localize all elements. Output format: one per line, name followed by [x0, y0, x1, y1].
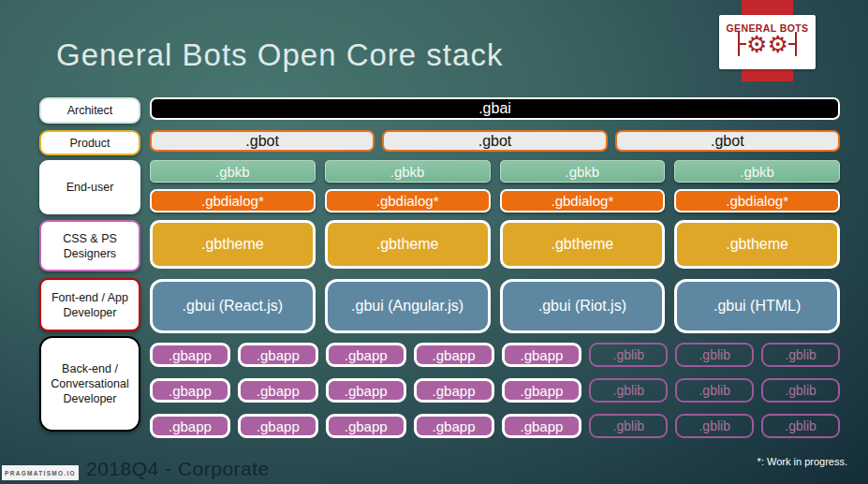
row-label-frontend-app-developer: Font-end / App Developer — [39, 278, 140, 331]
gear-right-dash — [788, 43, 795, 46]
slide-background: General Bots Open Core stack GENERAL BOT… — [0, 0, 868, 484]
gear-left-dash — [740, 43, 746, 46]
gear-icon: ⚙ — [746, 32, 767, 56]
gbapp-box: .gbapp — [150, 378, 230, 403]
gbapp-box: .gbapp — [326, 343, 406, 367]
gbkb-box: .gbkb — [674, 160, 840, 183]
gear-right-bar — [795, 32, 798, 56]
gbot-box: .gbot — [382, 130, 607, 152]
gbtheme-box: .gbtheme — [500, 220, 666, 269]
gbkb-box: .gbkb — [325, 160, 491, 183]
gbdialog-box: .gbdialog* — [500, 189, 666, 213]
gbot-box: .gbot — [150, 130, 375, 152]
row-gbapp-3: .gbapp.gbapp.gbapp.gbapp.gbapp.gblib.gbl… — [150, 414, 840, 438]
gbapp-box: .gbapp — [238, 378, 318, 403]
gblib-box: .gblib — [589, 414, 668, 438]
gbai-box: .gbai — [150, 97, 840, 120]
pragmatismo-logo-badge: PRAGMATISMO.IO — [2, 465, 79, 480]
gblib-box: .gblib — [761, 414, 840, 438]
gblib-box: .gblib — [675, 343, 754, 367]
gbdialog-box: .gbdialog* — [150, 189, 316, 213]
gbapp-box: .gbapp — [414, 414, 494, 438]
gbapp-box: .gbapp — [502, 343, 582, 367]
gear-icon: ⚙ — [768, 32, 788, 56]
row-gbot: .gbot.gbot.gbot — [150, 130, 840, 152]
row-label-end-user: End-user — [39, 160, 140, 214]
gbapp-box: .gbapp — [238, 343, 318, 367]
row-gbdialog: .gbdialog*.gbdialog*.gbdialog*.gbdialog* — [150, 189, 840, 213]
gbui-box: .gbui (Riot.js) — [500, 279, 666, 333]
footer-version-text: 2018Q4 - Corporate — [86, 458, 270, 480]
gbkb-box: .gbkb — [150, 160, 316, 183]
gblib-box: .gblib — [675, 378, 754, 403]
gbapp-box: .gbapp — [150, 343, 230, 367]
gbapp-box: .gbapp — [238, 414, 318, 438]
gbdialog-box: .gbdialog* — [325, 189, 491, 213]
gbapp-box: .gbapp — [326, 414, 406, 438]
gbapp-box: .gbapp — [150, 414, 230, 438]
row-gbapp-2: .gbapp.gbapp.gbapp.gbapp.gbapp.gblib.gbl… — [150, 378, 840, 403]
gbtheme-box: .gbtheme — [674, 220, 840, 269]
gblib-box: .gblib — [761, 343, 840, 367]
row-gbai: .gbai — [150, 97, 840, 120]
row-label-css-ps-designers: CSS & PS Designers — [39, 220, 140, 271]
row-label-backend-conversational-developer: Back-end / Conversational Developer — [39, 336, 140, 432]
gbot-box: .gbot — [615, 130, 840, 152]
gbui-box: .gbui (HTML) — [674, 279, 840, 333]
gbapp-box: .gbapp — [414, 378, 494, 403]
row-gbkb: .gbkb.gbkb.gbkb.gbkb — [150, 160, 840, 183]
gblib-box: .gblib — [589, 343, 668, 367]
row-label-architect: Architect — [39, 97, 140, 124]
row-label-product: Product — [39, 130, 140, 155]
work-in-progress-note: *: Work in progress. — [758, 456, 847, 467]
gblib-box: .gblib — [761, 378, 840, 403]
general-bots-logo: GENERAL BOTS ⚙ ⚙ — [719, 15, 816, 69]
gbapp-box: .gbapp — [502, 414, 582, 438]
gbapp-box: .gbapp — [326, 378, 406, 403]
gbdialog-box: .gbdialog* — [674, 189, 840, 213]
row-gbapp-1: .gbapp.gbapp.gbapp.gbapp.gbapp.gblib.gbl… — [150, 343, 840, 367]
gbapp-box: .gbapp — [414, 343, 494, 367]
gbtheme-box: .gbtheme — [150, 220, 316, 269]
gears-icon: ⚙ ⚙ — [719, 32, 816, 56]
gblib-box: .gblib — [589, 378, 668, 403]
row-gbtheme: .gbtheme.gbtheme.gbtheme.gbtheme — [150, 220, 840, 269]
row-gbui: .gbui (React.js).gbui (Angular.js).gbui … — [150, 279, 840, 333]
gbkb-box: .gbkb — [500, 160, 666, 183]
gbui-box: .gbui (Angular.js) — [325, 279, 491, 333]
gbapp-box: .gbapp — [502, 378, 582, 403]
page-title: General Bots Open Core stack — [56, 37, 503, 73]
gblib-box: .gblib — [675, 414, 754, 438]
gbtheme-box: .gbtheme — [325, 220, 491, 269]
gbui-box: .gbui (React.js) — [150, 279, 316, 333]
